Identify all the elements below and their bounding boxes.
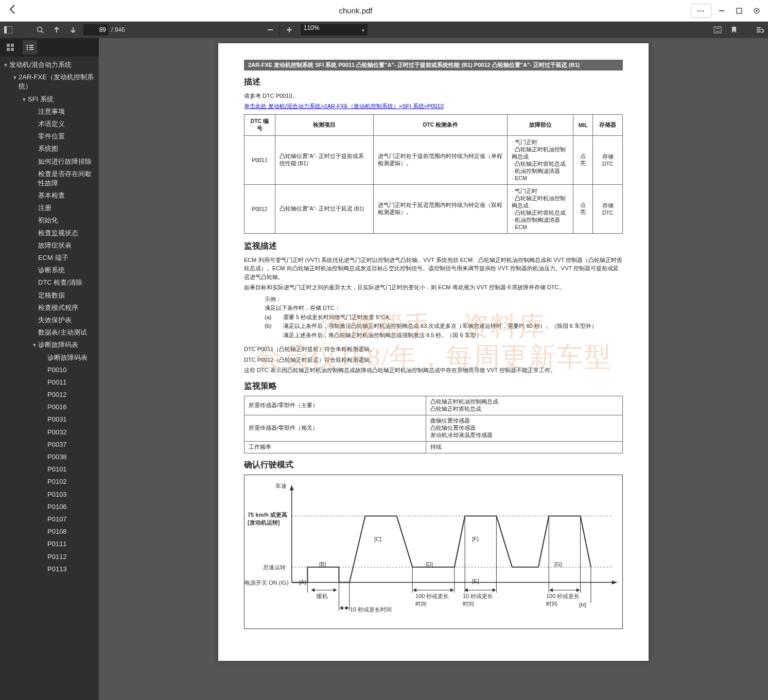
zoom-out-button[interactable] (262, 22, 278, 38)
pdf-viewport[interactable]: 2AR-FXE 发动机控制系统 SFI 系统 P0011 凸轮轴位置"A"- 正… (99, 38, 768, 700)
outline-item-label: 诊断故障码表 (47, 353, 96, 362)
outline-item-label: 系统图 (38, 144, 96, 153)
disclosure-triangle-icon[interactable]: ▼ (2, 62, 9, 69)
tools-menu-button[interactable] (752, 22, 768, 38)
back-button[interactable] (4, 2, 21, 20)
zoom-select[interactable]: 110%▾ (301, 24, 368, 36)
outline-item[interactable]: 基本检查 (0, 189, 99, 202)
outline-item[interactable]: P0032 (0, 426, 99, 439)
svg-point-20 (27, 49, 28, 50)
table-cell: 工作频率 (245, 441, 426, 453)
bookmark-icon[interactable] (726, 22, 742, 38)
target-button[interactable] (749, 4, 764, 18)
diag-ign-label: 电源开关 ON (IG) (245, 579, 289, 587)
zoom-value: 110% (304, 24, 320, 31)
outline-item[interactable]: P0101 (0, 463, 99, 476)
outline-item[interactable]: P0106 (0, 501, 99, 513)
outline-item[interactable]: P0011 (0, 376, 99, 389)
maximize-button[interactable] (732, 4, 746, 18)
outline-item-label: 如何进行故障排除 (38, 157, 96, 166)
svg-rect-11 (714, 27, 721, 33)
outline-item[interactable]: 检查是否存在间歇性故障 (0, 168, 99, 189)
table-row: P0011凸轮轴位置"A"- 正时过于提前或系统性能 (B1)进气门正时处于提前… (245, 135, 623, 184)
minimize-button[interactable] (714, 4, 729, 18)
outline-item-label: P0107 (47, 515, 96, 524)
search-icon[interactable] (32, 22, 48, 38)
outline-item[interactable]: P0031 (0, 413, 99, 426)
outline-tab[interactable] (23, 40, 37, 55)
outline-item-label: P0111 (47, 539, 96, 549)
outline-item[interactable]: P0010 (0, 364, 99, 376)
outline-item[interactable]: 检查监视状态 (0, 227, 99, 239)
disclosure-triangle-icon[interactable]: ▼ (11, 74, 19, 81)
outline-item[interactable]: 注册 (0, 202, 99, 214)
outline-item-label: 数据表/主动测试 (38, 328, 96, 337)
svg-point-6 (38, 27, 42, 32)
outline-item[interactable]: P0113 (0, 563, 99, 575)
outline-item[interactable]: ECM 端子 (0, 252, 99, 264)
outline-item-label: 术语定义 (38, 119, 96, 129)
outline-item[interactable]: P0103 (0, 488, 99, 501)
outline-item[interactable]: 故障症状表 (0, 239, 99, 252)
table-cell: P0011 (245, 135, 275, 184)
outline-item[interactable]: ▼诊断故障码表 (0, 339, 99, 351)
outline-item[interactable]: P0037 (0, 439, 99, 451)
outline-item[interactable]: 数据表/主动测试 (0, 326, 99, 339)
outline-item-label: DTC 检查/清除 (38, 278, 96, 287)
page-number-input[interactable] (83, 24, 108, 36)
outline-item[interactable]: P0012 (0, 389, 99, 401)
outline-item[interactable]: 检查模式程序 (0, 302, 99, 314)
sidebar: ▼发动机/混合动力系统▼2AR-FXE（发动机控制系统）▼SFI 系统注意事项术… (0, 38, 99, 700)
table-cell: 持续 (426, 441, 622, 453)
thumbnails-tab[interactable] (3, 40, 18, 55)
outline-item[interactable]: 如何进行故障排除 (0, 155, 99, 168)
outline-item[interactable]: ▼2AR-FXE（发动机控制系统） (0, 71, 99, 93)
desc-ref-text: 请参考 DTC P0010。 (244, 92, 623, 100)
outline-item[interactable]: P0111 (0, 538, 99, 550)
table-header: DTC 编号 (245, 114, 275, 135)
outline-item[interactable]: 术语定义 (0, 118, 99, 130)
document-outline[interactable]: ▼发动机/混合动力系统▼2AR-FXE（发动机控制系统）▼SFI 系统注意事项术… (0, 57, 99, 700)
diag-tag-f: [F] (472, 536, 479, 542)
outline-item[interactable]: P0107 (0, 513, 99, 526)
outline-item-label: 2AR-FXE（发动机控制系统） (19, 73, 96, 91)
outline-item[interactable]: ▼发动机/混合动力系统 (0, 59, 99, 71)
prev-page-button[interactable] (48, 22, 65, 38)
table-cell: 存储 DTC (593, 135, 623, 184)
outline-item[interactable]: 失效保护表 (0, 314, 99, 326)
outline-item[interactable]: P0108 (0, 526, 99, 538)
desc-link[interactable]: 单击此处 发动机/混合动力系统>2AR-FXE（发动机控制系统）>SFI 系统>… (244, 103, 444, 109)
outline-item[interactable]: P0016 (0, 401, 99, 413)
outline-item-label: 检查模式程序 (38, 303, 96, 312)
table-cell: 所需传感器/零部件（主要） (245, 396, 426, 415)
more-menu-icon[interactable]: ••• (691, 4, 711, 18)
diag-tag-e: [E] (472, 578, 479, 584)
disclosure-triangle-icon[interactable]: ▼ (21, 96, 28, 103)
table-header: DTC 检测条件 (374, 114, 508, 135)
outline-item-label: P0037 (47, 440, 96, 449)
example-text-b2: 满足上述条件后，将凸轮轴正时机油控制阀总成强制激活 9.5 秒。（国 6 车型） (283, 331, 482, 340)
outline-item-label: 初始化 (38, 216, 96, 225)
outline-item[interactable]: DTC 检查/清除 (0, 276, 99, 289)
outline-item[interactable]: 零件位置 (0, 130, 99, 143)
outline-item[interactable]: ▼SFI 系统 (0, 93, 99, 106)
outline-item[interactable]: 系统图 (0, 143, 99, 155)
section-driving-heading: 确认行驶模式 (244, 460, 623, 470)
outline-item[interactable]: P0112 (0, 551, 99, 563)
outline-item[interactable]: P0038 (0, 451, 99, 463)
presentation-button[interactable] (709, 22, 726, 38)
outline-item[interactable]: 初始化 (0, 214, 99, 226)
toggle-sidebar-button[interactable] (0, 22, 16, 38)
outline-item[interactable]: 注意事项 (0, 106, 99, 118)
outline-item[interactable]: 诊断故障码表 (0, 352, 99, 364)
logic-line1: DTC P0011（凸轮轴正时提前）符合单程检测逻辑。 (244, 345, 623, 354)
zoom-in-button[interactable] (281, 22, 298, 38)
pdf-toolbar: / 946 110%▾ (0, 22, 768, 38)
outline-item[interactable]: 定格数据 (0, 289, 99, 302)
disclosure-triangle-icon[interactable]: ▼ (31, 342, 38, 349)
outline-item-label: 注册 (38, 203, 96, 213)
next-page-button[interactable] (65, 22, 81, 38)
outline-item[interactable]: P0102 (0, 476, 99, 488)
outline-item-label: SFI 系统 (28, 95, 96, 104)
outline-item[interactable]: 诊断系统 (0, 264, 99, 276)
